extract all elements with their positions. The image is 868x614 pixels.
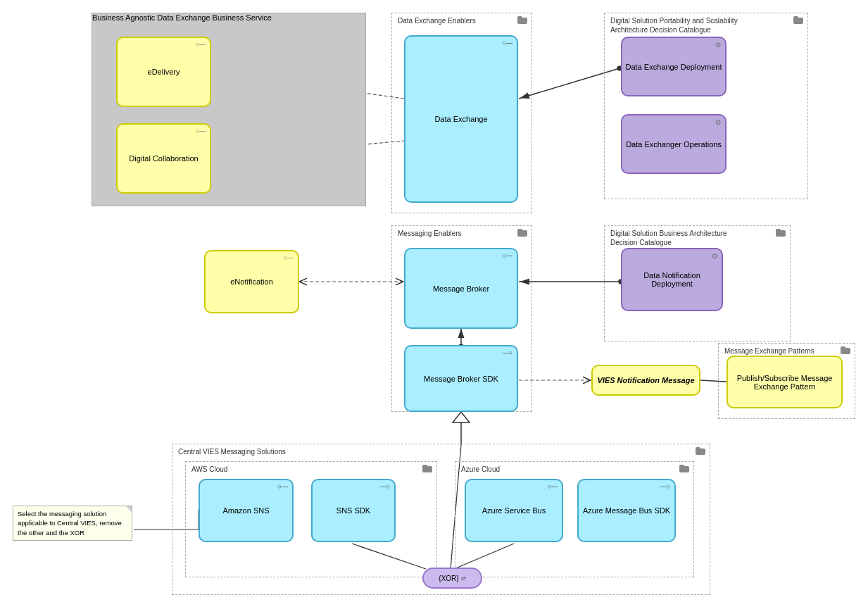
azure-service-bus-icon: ○—: [548, 483, 558, 490]
folder-icon-digital-portability: [793, 16, 803, 24]
folder-icon-azure: [679, 465, 689, 472]
publish-subscribe-component[interactable]: Publish/Subscribe Message Exchange Patte…: [727, 356, 843, 408]
sns-sdk-component[interactable]: —○ SNS SDK: [311, 479, 396, 542]
folder-icon-data-exchange-enablers: [517, 16, 527, 24]
data-exchange-deployment-icon: ⊙: [715, 41, 721, 49]
sns-sdk-icon: —○: [380, 483, 390, 490]
data-notification-deployment-label: Data Notification Deployment: [622, 271, 722, 288]
folder-icon-message-exchange: [841, 346, 850, 354]
data-exchange-label: Data Exchange: [434, 115, 487, 123]
message-broker-sdk-component[interactable]: —○ Message Broker SDK: [404, 345, 518, 412]
enotification-icon: ○—: [284, 254, 294, 261]
message-broker-label: Message Broker: [433, 284, 489, 293]
azure-service-bus-label: Azure Service Bus: [482, 506, 546, 515]
xor-parallelogram-icon: ▱: [461, 575, 466, 582]
edelivery-component[interactable]: ○— eDelivery: [116, 37, 211, 107]
azure-message-bus-sdk-icon: —○: [660, 483, 670, 490]
data-exchange-enablers-label: Data Exchange Enablers: [398, 16, 476, 25]
digital-collaboration-icon: ○—: [196, 127, 206, 134]
note-box: Select the messaging solution applicable…: [13, 506, 132, 541]
edelivery-icon: ○—: [196, 41, 206, 48]
message-broker-icon: ○—: [503, 252, 512, 259]
enotification-component[interactable]: ○— eNotification: [204, 250, 299, 313]
messaging-enablers-label: Messaging Enablers: [398, 229, 462, 238]
azure-service-bus-component[interactable]: ○— Azure Service Bus: [465, 479, 563, 542]
digital-collaboration-component[interactable]: ○— Digital Collaboration: [116, 123, 211, 194]
data-exchanger-operations-component[interactable]: ⊙ Data Exchanger Operations: [621, 114, 727, 174]
enotification-label: eNotification: [230, 277, 273, 286]
azure-cloud-label: Azure Cloud: [461, 465, 500, 474]
data-notification-deployment-icon: ⊙: [712, 252, 717, 260]
central-vies-label: Central VIES Messaging Solutions: [178, 447, 286, 456]
data-notification-deployment-component[interactable]: ⊙ Data Notification Deployment: [621, 248, 723, 311]
folder-icon-digital-business: [776, 229, 786, 237]
amazon-sns-icon: ○—: [278, 483, 288, 490]
svg-marker-9: [453, 412, 470, 422]
digital-solution-business-label: Digital Solution Business Architecture D…: [610, 229, 751, 247]
aws-cloud-label: AWS Cloud: [191, 465, 227, 474]
azure-message-bus-sdk-component[interactable]: —○ Azure Message Bus SDK: [577, 479, 676, 542]
azure-message-bus-sdk-label: Azure Message Bus SDK: [583, 506, 670, 515]
message-broker-sdk-icon: —○: [503, 349, 512, 356]
folder-icon-aws: [422, 465, 432, 472]
message-broker-component[interactable]: ○— Message Broker: [404, 248, 518, 329]
diagram-container: Business Agnostic Data Exchange Business…: [0, 0, 868, 614]
sns-sdk-label: SNS SDK: [336, 506, 370, 515]
business-agnostic-label: Business Agnostic Data Exchange Business…: [92, 13, 272, 22]
publish-subscribe-label: Publish/Subscribe Message Exchange Patte…: [728, 374, 841, 391]
data-exchange-icon: ○—: [503, 39, 512, 46]
data-exchange-component[interactable]: ○— Data Exchange: [404, 35, 518, 203]
folder-icon-messaging-enablers: [517, 229, 527, 237]
data-exchange-deployment-label: Data Exchange Deployment: [626, 63, 722, 71]
xor-node[interactable]: {XOR} ▱: [422, 568, 482, 589]
amazon-sns-label: Amazon SNS: [222, 506, 269, 515]
digital-solution-portability-label: Digital Solution Portability and Scalabi…: [610, 16, 751, 35]
digital-collaboration-label: Digital Collaboration: [129, 154, 198, 163]
data-exchanger-operations-icon: ⊙: [715, 118, 721, 126]
data-exchange-deployment-component[interactable]: ⊙ Data Exchange Deployment: [621, 37, 727, 96]
data-exchanger-operations-label: Data Exchanger Operations: [626, 140, 722, 149]
edelivery-label: eDelivery: [148, 68, 180, 76]
note-text: Select the messaging solution applicable…: [18, 510, 122, 537]
vies-notification-message-label: VIES Notification Message: [597, 376, 694, 384]
message-exchange-patterns-label: Message Exchange Patterns: [724, 346, 814, 356]
amazon-sns-component[interactable]: ○— Amazon SNS: [199, 479, 294, 542]
xor-label: {XOR}: [439, 575, 458, 582]
folder-icon-central-vies: [696, 447, 705, 455]
message-broker-sdk-label: Message Broker SDK: [424, 375, 498, 383]
vies-notification-message-component[interactable]: VIES Notification Message: [591, 365, 700, 396]
